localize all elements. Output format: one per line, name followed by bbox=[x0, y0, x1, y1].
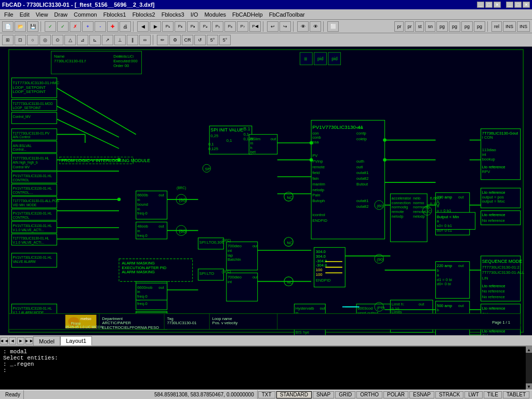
ins2-button[interactable]: INS bbox=[517, 21, 530, 32]
menu-draw[interactable]: Draw bbox=[51, 10, 71, 19]
redcross-button[interactable]: ✚ bbox=[107, 21, 118, 32]
check2-button[interactable]: ✓ bbox=[57, 21, 69, 32]
p7-button[interactable]: P₇ bbox=[237, 21, 248, 32]
edit2-button[interactable]: ⚙ bbox=[169, 35, 181, 45]
status-grid-button[interactable]: GRID bbox=[335, 391, 355, 398]
menu-common[interactable]: Common bbox=[71, 10, 100, 19]
snap9-button[interactable]: ↗ bbox=[102, 35, 113, 45]
doc-close-button[interactable]: × bbox=[523, 2, 530, 8]
svg-text:nelodp: nelodp bbox=[392, 214, 404, 219]
edit3-button[interactable]: CR bbox=[182, 35, 193, 45]
snap10-button[interactable]: ⊥ bbox=[114, 35, 126, 45]
snap4-button[interactable]: ◎ bbox=[39, 35, 51, 45]
menu-fblocks2[interactable]: Fblocks2 bbox=[129, 10, 158, 19]
shapes-button[interactable]: ⬜ bbox=[327, 21, 339, 32]
svg-text:PVinp: PVinp bbox=[312, 159, 323, 164]
st-button[interactable]: st bbox=[415, 21, 424, 32]
tab-next-button[interactable]: ► bbox=[17, 337, 24, 344]
status-polar-button[interactable]: POLAR bbox=[383, 391, 408, 398]
status-ortho-button[interactable]: ORTHO bbox=[356, 391, 382, 398]
p4-button[interactable]: P₄ bbox=[200, 21, 211, 32]
pb-button[interactable]: P◀ bbox=[249, 21, 261, 32]
menu-edit[interactable]: Edit bbox=[17, 10, 33, 19]
status-tile-button[interactable]: TILE bbox=[484, 391, 502, 398]
pr-button2[interactable]: pr bbox=[405, 21, 414, 32]
edit5-button[interactable]: 5° bbox=[207, 35, 218, 45]
menu-fblocks1[interactable]: Fblocks1 bbox=[100, 10, 129, 19]
pr-button1[interactable]: pr bbox=[394, 21, 404, 32]
doc-restore-button[interactable]: □ bbox=[514, 2, 522, 8]
p5-button[interactable]: P₅ bbox=[212, 21, 223, 32]
menu-file[interactable]: File bbox=[1, 10, 17, 19]
status-lwt-button[interactable]: LWT bbox=[464, 391, 482, 398]
arrow-right-button[interactable]: ▶ bbox=[150, 21, 161, 32]
p2-button[interactable]: P₂ bbox=[175, 21, 186, 32]
snap3-button[interactable]: ○ bbox=[27, 35, 38, 45]
menu-view[interactable]: View bbox=[33, 10, 51, 19]
status-strack-button[interactable]: STRACK bbox=[435, 391, 464, 398]
pg3-button[interactable]: pg bbox=[461, 21, 473, 32]
restore-button[interactable]: □ bbox=[485, 2, 493, 8]
p1-button[interactable]: P₁ bbox=[162, 21, 174, 32]
status-tablet-button[interactable]: TABLET bbox=[503, 391, 529, 398]
view2-button[interactable]: 👁 bbox=[310, 21, 321, 32]
snap8-button[interactable]: ⊾ bbox=[89, 35, 101, 45]
check1-button[interactable]: ✓ bbox=[45, 21, 56, 32]
tab-first-button[interactable]: ◄◄ bbox=[1, 337, 8, 344]
status-snap-button[interactable]: SNAP bbox=[313, 391, 334, 398]
arrow-left-button[interactable]: ◀ bbox=[137, 21, 149, 32]
menu-fbcadhelp[interactable]: FbCADHelp bbox=[229, 10, 266, 19]
snap1-button[interactable]: ⊞ bbox=[2, 35, 14, 45]
status-standard-button[interactable]: STANDARD bbox=[276, 391, 312, 398]
pg4-button[interactable]: pg bbox=[474, 21, 485, 32]
canvas-area[interactable]: Name 7730LIC3130-01.f Dem irrota:LiCi Ex… bbox=[0, 47, 532, 335]
minus-button[interactable]: - bbox=[95, 21, 106, 32]
svg-text:500 amp: 500 amp bbox=[437, 303, 453, 308]
menu-fbcadtoolbar[interactable]: FbCadToolbar bbox=[266, 10, 308, 19]
redo-button[interactable]: ↪ bbox=[280, 21, 291, 32]
print-button[interactable]: 🖨 bbox=[119, 21, 131, 32]
snap5-button[interactable]: ⊙ bbox=[52, 35, 63, 45]
tab-prev-button[interactable]: ◄ bbox=[9, 337, 16, 344]
svg-text:I CON: I CON bbox=[482, 135, 493, 140]
p3-button[interactable]: P₃ bbox=[187, 21, 198, 32]
tab-last-button[interactable]: ►► bbox=[25, 337, 33, 344]
undo-button[interactable]: ↩ bbox=[267, 21, 278, 32]
status-esnap-button[interactable]: ESNAP bbox=[409, 391, 434, 398]
snap6-button[interactable]: △ bbox=[64, 35, 76, 45]
edit4-button[interactable]: ↺ bbox=[194, 35, 206, 45]
snap11-button[interactable]: ∥ bbox=[127, 35, 138, 45]
snap12-button[interactable]: ∞ bbox=[139, 35, 151, 45]
scroll-up-button[interactable]: ▲ bbox=[526, 347, 532, 353]
svg-text:-304.8: -304.8 bbox=[316, 259, 327, 263]
pg1-button[interactable]: pg bbox=[436, 21, 448, 32]
tab-layout1[interactable]: Layout1 bbox=[60, 336, 92, 345]
pg2-button[interactable]: pg bbox=[449, 21, 460, 32]
ins-button[interactable]: INS bbox=[503, 21, 516, 32]
minimize-button[interactable]: _ bbox=[477, 2, 484, 8]
status-txt-button[interactable]: TXT bbox=[258, 391, 275, 398]
scroll-down-button[interactable]: ▼ bbox=[526, 383, 532, 390]
p6-button[interactable]: P₆ bbox=[224, 21, 236, 32]
edit1-button[interactable]: ✏ bbox=[157, 35, 168, 45]
doc-minimize-button[interactable]: _ bbox=[506, 2, 513, 8]
menu-modules[interactable]: Modules bbox=[201, 10, 229, 19]
save-button[interactable]: 💾 bbox=[27, 21, 38, 32]
plus-button[interactable]: + bbox=[82, 21, 94, 32]
close-button[interactable]: × bbox=[494, 2, 501, 8]
command-scrollbar[interactable]: ▲ ▼ bbox=[526, 347, 532, 390]
snap7-button[interactable]: ⊿ bbox=[77, 35, 88, 45]
tab-model[interactable]: Model bbox=[33, 336, 60, 345]
sn-button[interactable]: sn bbox=[425, 21, 435, 32]
new-button[interactable]: 📄 bbox=[2, 21, 14, 32]
svg-text:output = Moc: output = Moc bbox=[482, 199, 505, 204]
cross-button[interactable]: ✗ bbox=[70, 21, 81, 32]
view1-button[interactable]: 👁 bbox=[297, 21, 309, 32]
menu-io[interactable]: I/O bbox=[188, 10, 202, 19]
open-button[interactable]: 📂 bbox=[15, 21, 26, 32]
svg-text:T1T7730LIC3130-01.HMC: T1T7730LIC3130-01.HMC bbox=[12, 81, 59, 85]
snap2-button[interactable]: ⊡ bbox=[15, 35, 26, 45]
rel-button[interactable]: rel bbox=[491, 21, 502, 32]
menu-fblocks3[interactable]: Fblocks3 bbox=[158, 10, 188, 19]
edit6-button[interactable]: 5° bbox=[219, 35, 231, 45]
